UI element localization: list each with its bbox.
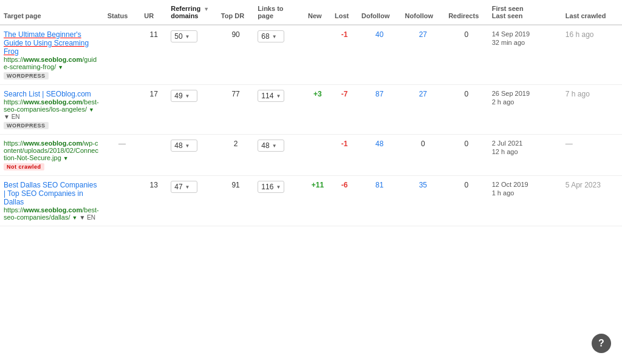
cell-target-page: Search List | SEOblog.comhttps://www.seo… [0,85,104,135]
target-badge: WORDPRESS [4,120,100,129]
dofollow-value: 81 [375,181,383,189]
first-seen: 26 Sep 2019 [492,90,558,97]
cell-new: +3 [304,85,331,135]
dropdown-arrow-icon: ▼ [272,143,277,149]
cell-new [304,25,331,85]
dropdown-arrow-icon: ▼ [272,34,277,39]
help-button[interactable]: ? [592,334,611,353]
cell-new [304,135,331,176]
target-url: https://www.seoblog.com/best-seo-compani… [4,98,100,120]
links-to-page-dropdown[interactable]: 48 ▼ [258,140,284,152]
url-flag: ▼ EN [80,214,96,221]
last-crawled-value: 16 h ago [566,30,594,39]
url-dropdown-arrow[interactable]: ▼ [58,64,63,70]
dofollow-value: 87 [375,90,383,98]
cell-redirects: 0 [445,85,488,135]
col-header-first-last-seen: First seenLast seen [488,0,562,25]
main-table-container: Target page Status UR Referring ▼domains… [0,0,622,226]
dropdown-arrow-icon: ▼ [276,184,281,190]
cell-nofollow: 27 [402,25,445,85]
links-to-page-dropdown[interactable]: 68 ▼ [258,30,284,42]
col-header-redirects: Redirects [445,0,488,25]
cell-lost: -1 [331,25,358,85]
nofollow-value: 27 [419,30,427,39]
referring-domains-dropdown[interactable]: 47 ▼ [171,181,197,193]
dofollow-value: 40 [375,30,383,39]
dropdown-arrow-icon: ▼ [185,143,190,149]
nofollow-value: 35 [419,181,427,189]
cell-nofollow: 0 [402,135,445,176]
target-badge: Not crawled [4,161,100,170]
cell-referring-domains[interactable]: 49 ▼ [167,85,217,135]
referring-domains-dropdown[interactable]: 50 ▼ [171,30,197,42]
target-title-link[interactable]: The Ultimate Beginner's Guide to Using S… [4,30,100,56]
url-dropdown-arrow[interactable]: ▼ [89,107,94,113]
url-flag: ▼ EN [4,113,20,120]
table-row: Best Dallas SEO Companies | Top SEO Comp… [0,176,622,226]
cell-links-to-page[interactable]: 68 ▼ [254,25,304,85]
cell-top-dr: 77 [217,85,255,135]
referring-domains-dropdown[interactable]: 48 ▼ [171,140,197,152]
cell-ur [140,135,167,176]
lost-value: -7 [341,90,348,98]
cell-first-last-seen: 26 Sep 20192 h ago [488,85,562,135]
cell-ur: 13 [140,176,167,226]
table-row: https://www.seoblog.com/wp-content/uploa… [0,135,622,176]
new-value: +3 [313,90,322,98]
cell-first-last-seen: 14 Sep 201932 min ago [488,25,562,85]
cell-target-page: Best Dallas SEO Companies | Top SEO Comp… [0,176,104,226]
url-dropdown-arrow[interactable]: ▼ [63,155,69,161]
cell-ur: 17 [140,85,167,135]
dropdown-arrow-icon: ▼ [276,93,281,99]
col-header-top-dr: Top DR [217,0,255,25]
col-header-referring-domains[interactable]: Referring ▼domains [167,0,217,25]
dofollow-value: 48 [375,140,383,148]
cell-last-crawled: 7 h ago [562,85,622,135]
last-seen: 12 h ago [492,148,558,155]
col-header-nofollow: Nofollow [402,0,445,25]
cell-referring-domains[interactable]: 50 ▼ [167,25,217,85]
col-header-status: Status [104,0,141,25]
target-title-link[interactable]: Best Dallas SEO Companies | Top SEO Comp… [4,181,100,206]
cell-nofollow: 27 [402,85,445,135]
dropdown-arrow-icon: ▼ [185,184,190,190]
lost-value: -6 [341,181,348,189]
first-seen: 2 Jul 2021 [492,140,558,147]
url-dropdown-arrow[interactable]: ▼ [72,215,78,221]
cell-dofollow: 48 [358,135,402,176]
cell-last-crawled: 5 Apr 2023 [562,176,622,226]
cell-first-last-seen: 2 Jul 202112 h ago [488,135,562,176]
target-title-link[interactable]: Search List | SEOblog.com [4,90,100,98]
sort-arrow-icon: ▼ [203,6,209,12]
cell-referring-domains[interactable]: 47 ▼ [167,176,217,226]
last-seen: 2 h ago [492,98,558,106]
lost-value: -1 [341,30,348,39]
first-seen: 12 Oct 2019 [492,181,558,188]
table-header-row: Target page Status UR Referring ▼domains… [0,0,622,25]
first-seen: 14 Sep 2019 [492,30,558,38]
cell-links-to-page[interactable]: 48 ▼ [254,135,304,176]
col-header-ur: UR [140,0,167,25]
nofollow-value: 0 [421,140,425,148]
cell-links-to-page[interactable]: 116 ▼ [254,176,304,226]
cell-dofollow: 87 [358,85,402,135]
links-to-page-dropdown[interactable]: 116 ▼ [258,181,284,193]
cell-ur: 11 [140,25,167,85]
col-header-links-to-page: Links to page [254,0,304,25]
cell-status [104,176,141,226]
cell-lost: -6 [331,176,358,226]
cell-links-to-page[interactable]: 114 ▼ [254,85,304,135]
cell-status: — [104,135,141,176]
cell-target-page: https://www.seoblog.com/wp-content/uploa… [0,135,104,176]
cell-last-crawled: 16 h ago [562,25,622,85]
backlinks-table: Target page Status UR Referring ▼domains… [0,0,622,226]
nofollow-value: 27 [419,90,427,98]
cell-redirects: 0 [445,25,488,85]
col-header-dofollow: Dofollow [358,0,402,25]
cell-referring-domains[interactable]: 48 ▼ [167,135,217,176]
links-to-page-dropdown[interactable]: 114 ▼ [258,90,284,102]
referring-domains-dropdown[interactable]: 49 ▼ [171,90,197,102]
cell-target-page: The Ultimate Beginner's Guide to Using S… [0,25,104,85]
cell-top-dr: 90 [217,25,255,85]
last-crawled-value: 5 Apr 2023 [566,181,601,189]
